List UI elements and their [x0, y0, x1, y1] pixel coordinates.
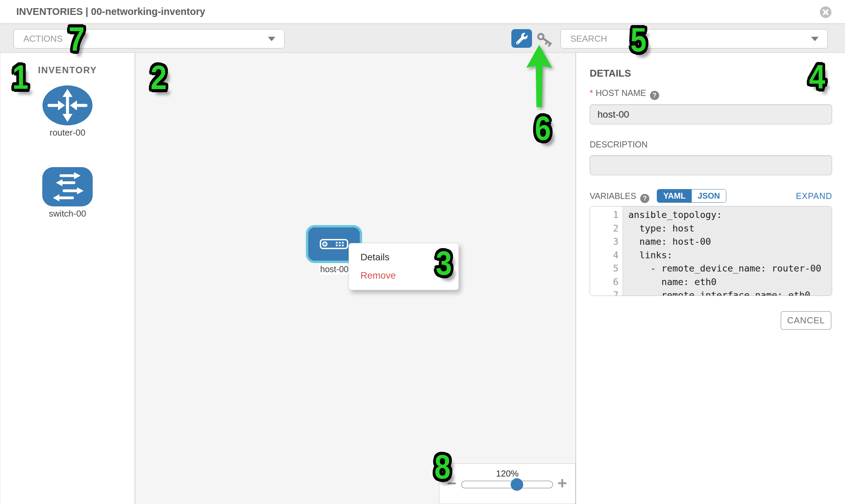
- description-label: DESCRIPTION: [590, 140, 648, 149]
- details-panel-title: DETAILS: [590, 68, 631, 79]
- details-panel: DETAILS *HOST NAME? DESCRIPTION VARIABLE…: [576, 53, 845, 504]
- annotation-2: 2: [143, 58, 175, 96]
- host-icon: [320, 239, 348, 249]
- help-icon[interactable]: ?: [640, 194, 649, 203]
- router-icon: [42, 85, 92, 125]
- annotation-4: 4: [801, 58, 833, 95]
- description-input[interactable]: [590, 155, 832, 175]
- annotation-6: 6: [527, 109, 559, 147]
- zoom-in-button[interactable]: +: [558, 475, 567, 491]
- host-name-label: *HOST NAME?: [590, 88, 659, 100]
- editor-line-numbers: 1 2 3 4 5 6 7: [590, 206, 623, 295]
- zoom-slider-thumb[interactable]: [511, 478, 523, 491]
- cancel-button[interactable]: CANCEL: [780, 311, 831, 330]
- annotation-5: 5: [622, 21, 655, 59]
- close-button[interactable]: [820, 6, 831, 18]
- topology-canvas[interactable]: host-00 Details Remove 120% − +: [135, 53, 576, 504]
- expand-link[interactable]: EXPAND: [796, 191, 832, 201]
- editor-code-lines: ansible_topology: type: host name: host-…: [623, 206, 832, 295]
- tab-json[interactable]: JSON: [692, 190, 726, 202]
- palette-item-label: router-00: [50, 127, 85, 138]
- zoom-level-value: 120%: [439, 468, 575, 479]
- chevron-down-icon: [811, 37, 818, 41]
- search-dropdown[interactable]: SEARCH: [561, 29, 828, 49]
- annotation-1: 1: [4, 58, 37, 96]
- host-node-label: host-00: [319, 264, 349, 274]
- annotation-arrow-up: [522, 43, 558, 111]
- inventory-topology-app: INVENTORIES | 00-networking-inventory AC…: [0, 0, 845, 504]
- variables-row: VARIABLES? YAML JSON EXPAND: [590, 188, 832, 203]
- toolbar: ACTIONS SEARCH: [0, 24, 845, 53]
- variables-label: VARIABLES?: [590, 191, 649, 203]
- palette-item-label: switch-00: [49, 209, 86, 219]
- annotation-7: 7: [61, 20, 93, 58]
- variables-code-editor[interactable]: 1 2 3 4 5 6 7 ansible_topology: type: ho…: [590, 206, 832, 296]
- search-dropdown-label: SEARCH: [570, 34, 607, 44]
- format-toggle: YAML JSON: [657, 189, 726, 203]
- zoom-slider-track[interactable]: [461, 481, 553, 488]
- host-name-input[interactable]: [590, 104, 832, 124]
- actions-dropdown-label: ACTIONS: [23, 34, 63, 44]
- switch-icon: [42, 167, 93, 206]
- wrench-icon: [516, 33, 528, 44]
- chevron-down-icon: [268, 37, 275, 41]
- annotation-3: 3: [428, 244, 460, 282]
- required-asterisk: *: [590, 88, 593, 97]
- inventory-sidebar: INVENTORY router-00: [0, 53, 135, 504]
- page-title: INVENTORIES | 00-networking-inventory: [16, 6, 205, 17]
- actions-dropdown[interactable]: ACTIONS: [14, 29, 284, 49]
- annotation-8: 8: [426, 448, 459, 486]
- zoom-widget: 120% − +: [439, 463, 576, 504]
- help-icon[interactable]: ?: [650, 91, 659, 100]
- palette-item-switch[interactable]: switch-00: [0, 167, 135, 219]
- header: INVENTORIES | 00-networking-inventory: [0, 0, 845, 24]
- tab-yaml[interactable]: YAML: [657, 190, 692, 202]
- close-icon: [820, 6, 831, 18]
